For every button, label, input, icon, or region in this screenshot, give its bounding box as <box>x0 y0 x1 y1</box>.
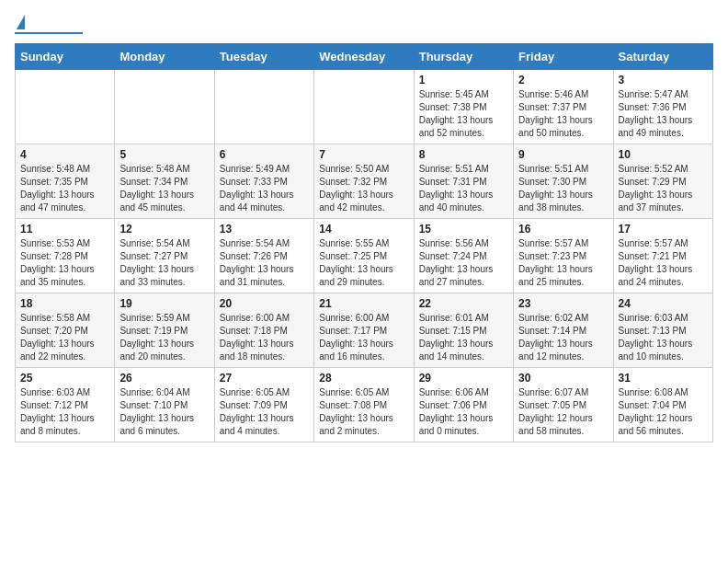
day-number: 23 <box>518 297 608 310</box>
day-cell: 27Sunrise: 6:05 AMSunset: 7:09 PMDayligh… <box>214 368 313 442</box>
week-row-5: 25Sunrise: 6:03 AMSunset: 7:12 PMDayligh… <box>16 368 713 442</box>
day-info: Sunrise: 6:00 AMSunset: 7:17 PMDaylight:… <box>319 312 408 363</box>
day-number: 14 <box>319 223 408 236</box>
day-number: 18 <box>20 297 109 310</box>
day-cell: 22Sunrise: 6:01 AMSunset: 7:15 PMDayligh… <box>414 293 513 368</box>
day-info: Sunrise: 5:51 AMSunset: 7:31 PMDaylight:… <box>419 163 508 214</box>
day-info: Sunrise: 5:57 AMSunset: 7:23 PMDaylight:… <box>518 237 608 289</box>
day-info: Sunrise: 6:00 AMSunset: 7:18 PMDaylight:… <box>220 312 309 363</box>
week-row-3: 11Sunrise: 5:53 AMSunset: 7:28 PMDayligh… <box>16 219 713 293</box>
day-cell: 24Sunrise: 6:03 AMSunset: 7:13 PMDayligh… <box>613 293 712 368</box>
col-tuesday: Tuesday <box>214 44 313 70</box>
day-cell <box>16 70 115 144</box>
col-saturday: Saturday <box>613 44 712 70</box>
day-number: 30 <box>518 372 608 385</box>
day-cell: 7Sunrise: 5:50 AMSunset: 7:32 PMDaylight… <box>314 144 414 219</box>
day-info: Sunrise: 5:46 AMSunset: 7:37 PMDaylight:… <box>518 88 608 140</box>
day-number: 24 <box>619 297 708 310</box>
day-number: 15 <box>419 223 508 236</box>
day-number: 6 <box>220 148 309 161</box>
day-info: Sunrise: 5:48 AMSunset: 7:35 PMDaylight:… <box>20 163 109 214</box>
day-info: Sunrise: 5:47 AMSunset: 7:36 PMDaylight:… <box>619 88 708 140</box>
day-number: 3 <box>619 74 708 86</box>
day-cell: 31Sunrise: 6:08 AMSunset: 7:04 PMDayligh… <box>613 368 712 442</box>
day-cell <box>115 70 214 144</box>
day-info: Sunrise: 6:06 AMSunset: 7:06 PMDaylight:… <box>419 386 508 438</box>
day-info: Sunrise: 5:59 AMSunset: 7:19 PMDaylight:… <box>119 312 209 363</box>
day-info: Sunrise: 6:04 AMSunset: 7:10 PMDaylight:… <box>119 386 209 438</box>
day-number: 11 <box>20 223 109 236</box>
day-info: Sunrise: 6:05 AMSunset: 7:09 PMDaylight:… <box>220 386 309 438</box>
day-cell: 26Sunrise: 6:04 AMSunset: 7:10 PMDayligh… <box>115 368 214 442</box>
day-number: 22 <box>419 297 508 310</box>
week-row-4: 18Sunrise: 5:58 AMSunset: 7:20 PMDayligh… <box>16 293 713 368</box>
logo-underline <box>15 32 83 34</box>
day-cell: 11Sunrise: 5:53 AMSunset: 7:28 PMDayligh… <box>16 219 115 293</box>
day-cell: 13Sunrise: 5:54 AMSunset: 7:26 PMDayligh… <box>214 219 313 293</box>
day-info: Sunrise: 5:56 AMSunset: 7:24 PMDaylight:… <box>419 237 508 289</box>
day-info: Sunrise: 5:58 AMSunset: 7:20 PMDaylight:… <box>20 312 109 363</box>
day-info: Sunrise: 5:45 AMSunset: 7:38 PMDaylight:… <box>419 88 508 140</box>
day-cell: 30Sunrise: 6:07 AMSunset: 7:05 PMDayligh… <box>514 368 613 442</box>
day-number: 8 <box>419 148 508 161</box>
day-cell: 15Sunrise: 5:56 AMSunset: 7:24 PMDayligh… <box>414 219 513 293</box>
logo-triangle <box>17 15 25 29</box>
day-number: 16 <box>518 223 608 236</box>
day-info: Sunrise: 6:01 AMSunset: 7:15 PMDaylight:… <box>419 312 508 363</box>
day-number: 29 <box>419 372 508 385</box>
day-info: Sunrise: 5:54 AMSunset: 7:26 PMDaylight:… <box>220 237 309 289</box>
day-number: 4 <box>20 148 109 161</box>
day-number: 19 <box>119 297 209 310</box>
day-info: Sunrise: 5:55 AMSunset: 7:25 PMDaylight:… <box>319 237 408 289</box>
day-cell: 4Sunrise: 5:48 AMSunset: 7:35 PMDaylight… <box>16 144 115 219</box>
day-cell: 2Sunrise: 5:46 AMSunset: 7:37 PMDaylight… <box>514 70 613 144</box>
day-cell: 8Sunrise: 5:51 AMSunset: 7:31 PMDaylight… <box>414 144 513 219</box>
day-info: Sunrise: 5:51 AMSunset: 7:30 PMDaylight:… <box>518 163 608 214</box>
day-info: Sunrise: 5:57 AMSunset: 7:21 PMDaylight:… <box>619 237 708 289</box>
day-info: Sunrise: 6:05 AMSunset: 7:08 PMDaylight:… <box>319 386 408 438</box>
col-wednesday: Wednesday <box>314 44 414 70</box>
day-number: 5 <box>119 148 209 161</box>
col-monday: Monday <box>115 44 214 70</box>
day-number: 12 <box>119 223 209 236</box>
day-cell: 5Sunrise: 5:48 AMSunset: 7:34 PMDaylight… <box>115 144 214 219</box>
day-cell <box>314 70 414 144</box>
day-cell: 3Sunrise: 5:47 AMSunset: 7:36 PMDaylight… <box>613 70 712 144</box>
day-number: 27 <box>220 372 309 385</box>
day-number: 7 <box>319 148 408 161</box>
day-number: 28 <box>319 372 408 385</box>
day-number: 26 <box>119 372 209 385</box>
day-cell: 1Sunrise: 5:45 AMSunset: 7:38 PMDaylight… <box>414 70 513 144</box>
col-sunday: Sunday <box>16 44 115 70</box>
day-cell: 6Sunrise: 5:49 AMSunset: 7:33 PMDaylight… <box>214 144 313 219</box>
day-info: Sunrise: 5:54 AMSunset: 7:27 PMDaylight:… <box>119 237 209 289</box>
header <box>15 15 713 34</box>
day-cell: 29Sunrise: 6:06 AMSunset: 7:06 PMDayligh… <box>414 368 513 442</box>
day-cell: 19Sunrise: 5:59 AMSunset: 7:19 PMDayligh… <box>115 293 214 368</box>
col-friday: Friday <box>514 44 613 70</box>
day-info: Sunrise: 5:50 AMSunset: 7:32 PMDaylight:… <box>319 163 408 214</box>
day-info: Sunrise: 5:49 AMSunset: 7:33 PMDaylight:… <box>220 163 309 214</box>
col-thursday: Thursday <box>414 44 513 70</box>
day-info: Sunrise: 5:48 AMSunset: 7:34 PMDaylight:… <box>119 163 209 214</box>
week-row-1: 1Sunrise: 5:45 AMSunset: 7:38 PMDaylight… <box>16 70 713 144</box>
day-number: 21 <box>319 297 408 310</box>
day-cell: 28Sunrise: 6:05 AMSunset: 7:08 PMDayligh… <box>314 368 414 442</box>
day-cell: 16Sunrise: 5:57 AMSunset: 7:23 PMDayligh… <box>514 219 613 293</box>
day-cell: 18Sunrise: 5:58 AMSunset: 7:20 PMDayligh… <box>16 293 115 368</box>
day-cell: 12Sunrise: 5:54 AMSunset: 7:27 PMDayligh… <box>115 219 214 293</box>
header-row: Sunday Monday Tuesday Wednesday Thursday… <box>16 44 713 70</box>
day-cell: 17Sunrise: 5:57 AMSunset: 7:21 PMDayligh… <box>613 219 712 293</box>
day-cell: 10Sunrise: 5:52 AMSunset: 7:29 PMDayligh… <box>613 144 712 219</box>
day-cell: 21Sunrise: 6:00 AMSunset: 7:17 PMDayligh… <box>314 293 414 368</box>
day-number: 25 <box>20 372 109 385</box>
day-number: 13 <box>220 223 309 236</box>
calendar-table: Sunday Monday Tuesday Wednesday Thursday… <box>15 43 713 442</box>
day-number: 31 <box>619 372 708 385</box>
day-number: 2 <box>518 74 608 86</box>
day-number: 9 <box>518 148 608 161</box>
day-cell: 14Sunrise: 5:55 AMSunset: 7:25 PMDayligh… <box>314 219 414 293</box>
day-number: 1 <box>419 74 508 86</box>
logo <box>15 15 83 34</box>
day-info: Sunrise: 6:02 AMSunset: 7:14 PMDaylight:… <box>518 312 608 363</box>
